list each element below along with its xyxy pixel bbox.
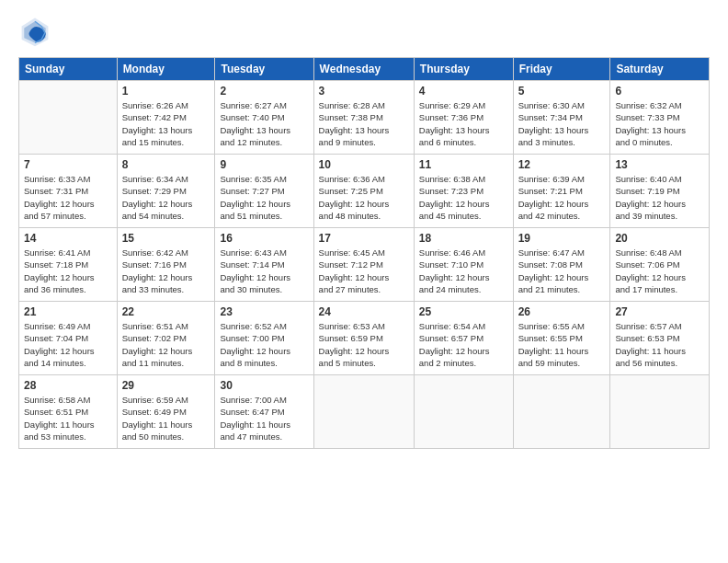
- week-row-2: 7Sunrise: 6:33 AM Sunset: 7:31 PM Daylig…: [19, 155, 710, 228]
- day-cell: 23Sunrise: 6:52 AM Sunset: 7:00 PM Dayli…: [215, 302, 313, 375]
- day-cell: 25Sunrise: 6:54 AM Sunset: 6:57 PM Dayli…: [414, 302, 513, 375]
- week-row-4: 21Sunrise: 6:49 AM Sunset: 7:04 PM Dayli…: [19, 302, 710, 375]
- day-cell: 27Sunrise: 6:57 AM Sunset: 6:53 PM Dayli…: [610, 302, 710, 375]
- day-cell: 24Sunrise: 6:53 AM Sunset: 6:59 PM Dayli…: [313, 302, 414, 375]
- day-cell: [513, 375, 610, 449]
- day-cell: [414, 375, 513, 449]
- day-cell: 3Sunrise: 6:28 AM Sunset: 7:38 PM Daylig…: [313, 81, 414, 155]
- weekday-header-sunday: Sunday: [19, 58, 118, 81]
- day-cell: 16Sunrise: 6:43 AM Sunset: 7:14 PM Dayli…: [215, 228, 313, 302]
- day-number: 25: [419, 305, 508, 318]
- day-number: 23: [220, 305, 308, 318]
- header: [18, 15, 710, 48]
- day-number: 14: [24, 232, 112, 245]
- day-cell: [19, 81, 118, 155]
- day-info: Sunrise: 6:27 AM Sunset: 7:40 PM Dayligh…: [220, 99, 308, 148]
- day-info: Sunrise: 6:28 AM Sunset: 7:38 PM Dayligh…: [319, 99, 409, 148]
- page: SundayMondayTuesdayWednesdayThursdayFrid…: [0, 0, 728, 563]
- day-info: Sunrise: 6:57 AM Sunset: 6:53 PM Dayligh…: [615, 320, 704, 369]
- day-cell: 6Sunrise: 6:32 AM Sunset: 7:33 PM Daylig…: [610, 81, 710, 155]
- day-info: Sunrise: 7:00 AM Sunset: 6:47 PM Dayligh…: [220, 394, 308, 442]
- day-info: Sunrise: 6:49 AM Sunset: 7:04 PM Dayligh…: [24, 320, 112, 369]
- day-number: 19: [518, 232, 606, 245]
- week-row-5: 28Sunrise: 6:58 AM Sunset: 6:51 PM Dayli…: [19, 375, 710, 449]
- day-number: 20: [615, 232, 704, 245]
- day-number: 7: [24, 158, 112, 171]
- day-info: Sunrise: 6:53 AM Sunset: 6:59 PM Dayligh…: [319, 320, 409, 369]
- day-info: Sunrise: 6:38 AM Sunset: 7:23 PM Dayligh…: [419, 173, 508, 222]
- day-info: Sunrise: 6:43 AM Sunset: 7:14 PM Dayligh…: [220, 247, 308, 295]
- logo-icon: [18, 15, 51, 48]
- day-number: 3: [319, 85, 409, 98]
- day-cell: 20Sunrise: 6:48 AM Sunset: 7:06 PM Dayli…: [610, 228, 710, 302]
- day-number: 13: [615, 158, 704, 171]
- day-number: 5: [518, 85, 606, 98]
- day-number: 10: [319, 158, 409, 171]
- weekday-header-monday: Monday: [117, 58, 215, 81]
- day-cell: [610, 375, 710, 449]
- day-cell: 22Sunrise: 6:51 AM Sunset: 7:02 PM Dayli…: [117, 302, 215, 375]
- day-number: 28: [24, 379, 112, 392]
- day-number: 18: [419, 232, 508, 245]
- day-info: Sunrise: 6:29 AM Sunset: 7:36 PM Dayligh…: [419, 99, 508, 148]
- day-cell: 18Sunrise: 6:46 AM Sunset: 7:10 PM Dayli…: [414, 228, 513, 302]
- day-info: Sunrise: 6:30 AM Sunset: 7:34 PM Dayligh…: [518, 99, 606, 148]
- day-cell: [313, 375, 414, 449]
- day-cell: 2Sunrise: 6:27 AM Sunset: 7:40 PM Daylig…: [215, 81, 313, 155]
- day-cell: 7Sunrise: 6:33 AM Sunset: 7:31 PM Daylig…: [19, 155, 118, 228]
- day-cell: 4Sunrise: 6:29 AM Sunset: 7:36 PM Daylig…: [414, 81, 513, 155]
- day-cell: 21Sunrise: 6:49 AM Sunset: 7:04 PM Dayli…: [19, 302, 118, 375]
- day-cell: 29Sunrise: 6:59 AM Sunset: 6:49 PM Dayli…: [117, 375, 215, 449]
- weekday-header-saturday: Saturday: [610, 58, 710, 81]
- day-info: Sunrise: 6:39 AM Sunset: 7:21 PM Dayligh…: [518, 173, 606, 222]
- day-info: Sunrise: 6:54 AM Sunset: 6:57 PM Dayligh…: [419, 320, 508, 369]
- day-info: Sunrise: 6:26 AM Sunset: 7:42 PM Dayligh…: [122, 99, 210, 148]
- day-info: Sunrise: 6:51 AM Sunset: 7:02 PM Dayligh…: [122, 320, 210, 369]
- day-number: 30: [220, 379, 308, 392]
- day-number: 9: [220, 158, 308, 171]
- day-cell: 26Sunrise: 6:55 AM Sunset: 6:55 PM Dayli…: [513, 302, 610, 375]
- weekday-header-tuesday: Tuesday: [215, 58, 313, 81]
- day-number: 8: [122, 158, 210, 171]
- day-cell: 15Sunrise: 6:42 AM Sunset: 7:16 PM Dayli…: [117, 228, 215, 302]
- day-number: 4: [419, 85, 508, 98]
- day-info: Sunrise: 6:33 AM Sunset: 7:31 PM Dayligh…: [24, 173, 112, 222]
- day-info: Sunrise: 6:42 AM Sunset: 7:16 PM Dayligh…: [122, 247, 210, 295]
- day-number: 27: [615, 305, 704, 318]
- day-number: 1: [122, 85, 210, 98]
- day-cell: 12Sunrise: 6:39 AM Sunset: 7:21 PM Dayli…: [513, 155, 610, 228]
- day-number: 12: [518, 158, 606, 171]
- day-cell: 19Sunrise: 6:47 AM Sunset: 7:08 PM Dayli…: [513, 228, 610, 302]
- day-cell: 1Sunrise: 6:26 AM Sunset: 7:42 PM Daylig…: [117, 81, 215, 155]
- day-info: Sunrise: 6:47 AM Sunset: 7:08 PM Dayligh…: [518, 247, 606, 295]
- day-cell: 9Sunrise: 6:35 AM Sunset: 7:27 PM Daylig…: [215, 155, 313, 228]
- day-info: Sunrise: 6:48 AM Sunset: 7:06 PM Dayligh…: [615, 247, 704, 295]
- day-cell: 30Sunrise: 7:00 AM Sunset: 6:47 PM Dayli…: [215, 375, 313, 449]
- calendar: SundayMondayTuesdayWednesdayThursdayFrid…: [18, 57, 710, 449]
- day-cell: 14Sunrise: 6:41 AM Sunset: 7:18 PM Dayli…: [19, 228, 118, 302]
- day-number: 29: [122, 379, 210, 392]
- day-info: Sunrise: 6:59 AM Sunset: 6:49 PM Dayligh…: [122, 394, 210, 442]
- day-info: Sunrise: 6:55 AM Sunset: 6:55 PM Dayligh…: [518, 320, 606, 369]
- day-number: 22: [122, 305, 210, 318]
- day-number: 11: [419, 158, 508, 171]
- day-cell: 28Sunrise: 6:58 AM Sunset: 6:51 PM Dayli…: [19, 375, 118, 449]
- day-info: Sunrise: 6:41 AM Sunset: 7:18 PM Dayligh…: [24, 247, 112, 295]
- week-row-3: 14Sunrise: 6:41 AM Sunset: 7:18 PM Dayli…: [19, 228, 710, 302]
- day-info: Sunrise: 6:46 AM Sunset: 7:10 PM Dayligh…: [419, 247, 508, 295]
- day-number: 6: [615, 85, 704, 98]
- day-number: 24: [319, 305, 409, 318]
- day-info: Sunrise: 6:36 AM Sunset: 7:25 PM Dayligh…: [319, 173, 409, 222]
- day-number: 15: [122, 232, 210, 245]
- day-cell: 8Sunrise: 6:34 AM Sunset: 7:29 PM Daylig…: [117, 155, 215, 228]
- day-info: Sunrise: 6:58 AM Sunset: 6:51 PM Dayligh…: [24, 394, 112, 442]
- day-cell: 10Sunrise: 6:36 AM Sunset: 7:25 PM Dayli…: [313, 155, 414, 228]
- day-number: 2: [220, 85, 308, 98]
- week-row-1: 1Sunrise: 6:26 AM Sunset: 7:42 PM Daylig…: [19, 81, 710, 155]
- day-number: 21: [24, 305, 112, 318]
- day-info: Sunrise: 6:40 AM Sunset: 7:19 PM Dayligh…: [615, 173, 704, 222]
- day-number: 16: [220, 232, 308, 245]
- weekday-header-wednesday: Wednesday: [313, 58, 414, 81]
- weekday-header-friday: Friday: [513, 58, 610, 81]
- day-info: Sunrise: 6:52 AM Sunset: 7:00 PM Dayligh…: [220, 320, 308, 369]
